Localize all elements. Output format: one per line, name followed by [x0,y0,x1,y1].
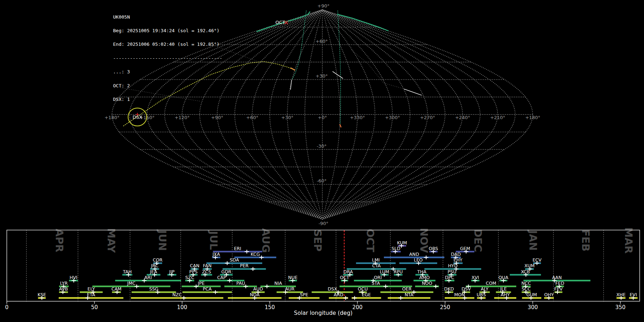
shower-label-FEV: FEV [554,286,563,292]
shower-peak-SDA [225,262,229,265]
dec-label: +60° [316,39,328,44]
shower-peak-NTA [399,296,403,299]
shower-label-DSV: DSV [462,286,471,292]
ra-label: +0° [318,115,327,120]
shower-label-KCG: KCG [251,252,260,257]
dsx-drift-tip [291,68,295,70]
shower-label-ELY: ELY [88,286,95,292]
ra-label: +180° [525,115,540,120]
shower-label-XCB: XCB [521,269,530,274]
dec-label: -90° [318,221,328,226]
month-label: JUN [156,229,169,251]
shower-label-DPC: DPC [445,275,454,280]
shower-label-OCU: OCU [358,286,368,292]
shower-label-NCC: NCC [521,280,531,286]
oct-drift-tip [340,125,341,127]
month-label: FEB [580,229,592,252]
shower-label-JEA: JEA [150,269,157,274]
ra-label: +180° [104,115,119,120]
dec-label: +30° [316,73,328,79]
month-label: MAR [623,227,635,254]
shower-label-AAN: AAN [552,275,562,280]
ra-label: +240° [455,115,470,120]
shower-label-JRC: JRC [151,263,158,268]
month-label: OCT [364,229,376,252]
shower-label-AUR: AUR [285,286,295,292]
oct-drift-curve [338,11,341,125]
shower-peak-STA [384,285,387,288]
shower-label-ZCS: ZCS [202,269,211,274]
shower-label-CAP: CAP [217,275,226,280]
shower-label-ERI: ERI [234,246,241,251]
meridian-line [200,10,322,219]
shower-label-FED: FED [555,280,564,286]
shower-peak-EGE [353,296,357,299]
shower-label-KUM: KUM [397,240,407,245]
radiant-label: DSX [132,114,142,120]
month-label: MAY [105,228,117,253]
shower-label-JXA: JXA [212,252,220,257]
shower-label-SDA: SDA [230,257,239,263]
month-label: SEP [312,229,324,252]
ra-label: +330° [350,115,365,120]
shower-label-JLE: JLE [500,286,507,292]
shower-peak-AND [424,256,428,259]
shower-label-CAM: CAM [111,286,121,292]
shower-label-TAH: TAH [123,269,132,274]
ra-label: +30° [281,115,293,120]
shower-label-COR: COR [153,257,163,263]
shower-label-NIA: NIA [274,280,282,286]
month-label: NOV [418,228,430,253]
shower-label-ETA: ETA [87,292,96,297]
shower-peak-PER [251,267,255,270]
shower-label-ORI: ORI [374,275,382,280]
shower-peak-ERI [245,250,249,253]
shower-label-NOO: NOO [422,280,432,286]
shower-label-ARD: ARD [334,292,343,297]
shower-label-AND: AND [409,252,419,257]
month-label: DEC [472,229,484,252]
shower-label-DRA: DRA [343,269,353,274]
shower-label-PCA: PCA [203,286,212,292]
x-tick-label: 300 [528,304,538,311]
shower-label-NTA: NTA [405,292,414,297]
trail-extension-3 [214,45,256,61]
dec-label: +90° [317,3,330,9]
meteor-radiant-map-screen: UK005N Beg: 20251005 19:34:24 (sol = 192… [0,0,644,322]
ra-label: +270° [420,115,435,120]
x-tick-label: 200 [352,304,363,311]
shower-label-JPE: JPE [197,280,205,286]
plot-canvas: +90°+60°+30°-30°-60°-90°+180°+150°+120°+… [0,0,644,322]
radiant-oct: OCT [275,20,288,25]
shower-label-GUM: GUM [526,292,537,297]
shower-label-DKD: DKD [444,286,454,292]
shower-label-AHY: AHY [501,292,510,297]
shower-label-SPE: SPE [300,292,308,297]
shower-label-MON: MON [454,292,465,297]
trail-extension-1 [352,50,404,89]
ra-label: +120° [175,115,190,120]
shower-label-JMC: JMC [127,280,136,286]
shower-label-COM: COM [486,280,496,286]
shower-peak-NIA [265,285,269,288]
radiant-label: OCT [275,20,285,25]
shower-label-OER: OER [402,286,412,292]
x-tick-label: 0 [5,304,9,311]
x-tick-label: 350 [615,304,626,311]
shower-label-EGE: EGE [362,292,371,297]
shower-label-NZC: NZC [172,292,182,297]
shower-label-GEM: GEM [460,246,470,251]
shower-peak-NOO [434,285,438,288]
ra-label: +300° [385,115,400,120]
shower-label-DSX: DSX [328,286,337,292]
trail-extension-2 [120,88,200,101]
shower-peak-PCA [214,291,218,294]
shower-label-PSU: PSU [448,269,457,274]
shower-label-CTA: CTA [372,263,381,268]
shower-label-SSG: SSG [149,286,158,292]
month-label: JUL [208,230,220,250]
shower-label-ARI: ARI [144,275,152,280]
shower-label-XUM: XUM [525,263,535,268]
ra-label: +60° [246,115,258,120]
shower-label-AMO: AMO [419,275,430,280]
